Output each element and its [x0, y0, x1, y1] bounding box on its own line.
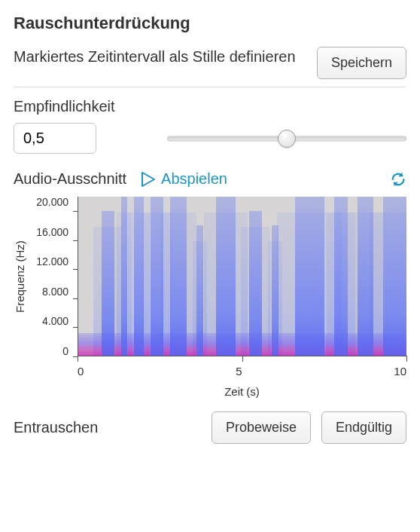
y-axis-ticks: 20.00016.00012.0008.0004.0000	[28, 197, 73, 356]
preview-denoise-button[interactable]: Probeweise	[212, 411, 311, 444]
silence-label: Markiertes Zeitintervall als Stille defi…	[14, 47, 317, 67]
sensitivity-label: Empfindlichkeit	[14, 98, 406, 115]
sensitivity-control-row	[14, 123, 406, 154]
x-axis-label: Zeit (s)	[78, 385, 406, 398]
save-silence-button[interactable]: Speichern	[317, 47, 406, 79]
play-button[interactable]: Abspielen	[142, 170, 227, 188]
spectrogram-chart: Frequenz (Hz) 20.00016.00012.0008.0004.0…	[14, 197, 406, 398]
x-tick-label: 5	[236, 365, 242, 378]
sensitivity-input[interactable]	[14, 123, 96, 154]
spectrogram-event	[295, 197, 324, 356]
y-tick-label: 8.000	[42, 286, 68, 297]
spectrogram-event	[121, 197, 128, 356]
spectrogram-low-band	[78, 333, 406, 356]
y-tick-label: 4.000	[42, 316, 68, 326]
spectrogram-event	[151, 197, 163, 356]
denoise-row: Entrauschen Probeweise Endgültig	[14, 411, 406, 444]
sensitivity-slider[interactable]	[167, 130, 406, 148]
svg-marker-0	[142, 173, 154, 186]
x-axis-tick-marks	[78, 356, 406, 360]
x-axis-ticks: 0510	[78, 365, 406, 378]
y-tick-label: 16.000	[36, 227, 68, 237]
spectrogram-event	[216, 197, 236, 356]
silence-row: Markiertes Zeitintervall als Stille defi…	[14, 47, 406, 87]
spectrogram-event	[170, 197, 187, 356]
x-tick-label: 0	[78, 365, 84, 378]
y-tick-label: 20.000	[36, 197, 68, 207]
play-icon	[142, 172, 155, 187]
refresh-button[interactable]	[390, 171, 406, 188]
y-axis-label: Frequenz (Hz)	[14, 197, 26, 356]
spectrogram-event	[358, 197, 374, 356]
spectrogram-event	[134, 197, 144, 356]
x-tick-label: 10	[394, 365, 406, 378]
spectrogram-event	[383, 197, 406, 356]
play-label: Abspielen	[161, 170, 227, 188]
final-denoise-button[interactable]: Endgültig	[321, 411, 406, 444]
denoise-label: Entrauschen	[14, 419, 98, 436]
audio-clip-label: Audio-Ausschnitt	[14, 170, 126, 188]
y-tick-label: 0	[62, 346, 68, 356]
noise-reduction-panel: Rauschunterdrückung Markiertes Zeitinter…	[0, 0, 420, 532]
y-tick-label: 12.000	[36, 256, 68, 267]
slider-thumb[interactable]	[278, 130, 296, 148]
spectrogram-event	[334, 197, 347, 356]
spectrogram-plot	[78, 197, 406, 356]
audio-clip-row: Audio-Ausschnitt Abspielen	[14, 170, 406, 188]
panel-title: Rauschunterdrückung	[14, 14, 406, 33]
